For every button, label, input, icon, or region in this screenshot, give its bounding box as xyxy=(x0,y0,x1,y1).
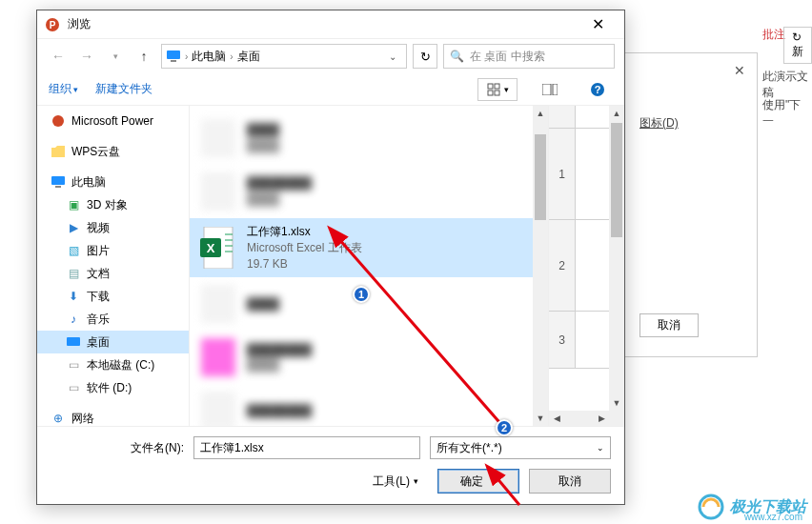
organize-menu[interactable]: 组织 ▾ xyxy=(49,81,78,97)
chevron-right-icon: › xyxy=(185,51,188,62)
breadcrumb-current[interactable]: 桌面 xyxy=(237,49,260,65)
svg-rect-4 xyxy=(488,84,493,89)
tree-item-documents[interactable]: ▤文档 xyxy=(37,262,189,285)
svg-rect-2 xyxy=(167,50,180,59)
tools-menu[interactable]: 工具(L) ▾ xyxy=(373,474,418,490)
list-item[interactable]: ████████ xyxy=(190,111,533,165)
search-input[interactable]: 🔍 在 桌面 中搜索 xyxy=(443,44,615,69)
help-icon: ? xyxy=(590,82,605,97)
preview-pane-icon xyxy=(542,84,558,95)
svg-rect-25 xyxy=(201,285,235,323)
powerpoint-icon xyxy=(51,113,66,129)
svg-text:P: P xyxy=(50,20,56,30)
music-icon: ♪ xyxy=(66,312,81,327)
parent-dialog: ✕ 图标(D) 取消 xyxy=(624,52,758,357)
tree-item-disk-d[interactable]: ▭软件 (D:) xyxy=(37,376,189,399)
scroll-right-icon[interactable]: ▶ xyxy=(594,411,609,426)
chevron-down-icon: ▾ xyxy=(504,85,509,94)
preview-scrollbar-horizontal[interactable]: ◀▶ xyxy=(549,411,609,426)
svg-rect-14 xyxy=(55,186,61,188)
parent-cancel-button[interactable]: 取消 xyxy=(639,313,699,337)
cancel-button[interactable]: 取消 xyxy=(529,469,611,494)
scroll-thumb[interactable] xyxy=(535,134,546,220)
svg-rect-9 xyxy=(553,84,558,95)
new-folder-button[interactable]: 新建文件夹 xyxy=(95,81,152,97)
preview-pane-button[interactable] xyxy=(535,78,565,101)
refresh-button[interactable]: ↻ xyxy=(413,44,437,69)
pictures-icon: ▧ xyxy=(66,243,81,258)
back-button[interactable]: ← xyxy=(47,45,70,68)
filename-label: 文件名(N): xyxy=(51,440,184,456)
scroll-left-icon[interactable]: ◀ xyxy=(549,411,564,426)
titlebar: P 浏览 ✕ xyxy=(37,10,624,39)
forward-button: → xyxy=(75,45,98,68)
bg-text-1: 此演示文稿 xyxy=(762,69,812,101)
svg-rect-16 xyxy=(201,119,235,157)
scroll-up-icon[interactable]: ▲ xyxy=(609,106,624,121)
breadcrumb-root[interactable]: 此电脑 xyxy=(192,49,226,65)
scroll-up-icon[interactable]: ▲ xyxy=(533,106,548,121)
tree-item-network[interactable]: ⊕网络 xyxy=(37,407,189,426)
file-type: Microsoft Excel 工作表 xyxy=(247,240,362,256)
ok-button[interactable]: 确定▾ xyxy=(437,469,519,494)
scroll-down-icon[interactable]: ▼ xyxy=(609,395,624,411)
chevron-down-icon: ⌄ xyxy=(597,443,604,453)
filetype-dropdown[interactable]: 所有文件(*.*) ⌄ xyxy=(430,436,611,459)
tree-item-music[interactable]: ♪音乐 xyxy=(37,308,189,331)
chevron-right-icon: › xyxy=(230,51,233,62)
scroll-thumb[interactable] xyxy=(611,123,622,237)
watermark: 极光下载站 www.xz7.com xyxy=(698,494,806,520)
svg-rect-13 xyxy=(51,176,65,185)
svg-rect-26 xyxy=(201,338,235,376)
tree-item-3d-objects[interactable]: ▣3D 对象 xyxy=(37,193,189,216)
network-icon: ⊕ xyxy=(51,411,66,426)
recent-dropdown[interactable]: ▾ xyxy=(104,45,127,68)
breadcrumb-dropdown-icon[interactable]: ⌄ xyxy=(383,51,402,62)
drive-icon: ▭ xyxy=(66,357,81,373)
dialog-title: 浏览 xyxy=(68,16,579,32)
annotation-badge-2: 2 xyxy=(496,419,513,436)
filename-input[interactable] xyxy=(193,436,420,459)
breadcrumb[interactable]: › 此电脑 › 桌面 ⌄ xyxy=(161,44,407,69)
annotation-badge-1: 1 xyxy=(353,286,370,303)
tree-item-this-pc[interactable]: 此电脑 xyxy=(37,171,189,193)
help-button[interactable]: ? xyxy=(582,78,613,101)
close-icon[interactable]: ✕ xyxy=(734,63,745,78)
svg-rect-3 xyxy=(171,60,176,62)
dialog-close-button[interactable]: ✕ xyxy=(579,11,617,38)
folder-tree[interactable]: Microsoft Power WPS云盘 此电脑 ▣3D 对象 ▶视频 ▧图片… xyxy=(37,106,190,426)
toolbar: 组织 ▾ 新建文件夹 ▾ ? xyxy=(37,73,624,106)
list-item[interactable]: ████████████ xyxy=(190,165,533,218)
view-mode-dropdown[interactable]: ▾ xyxy=(477,78,518,101)
file-list-scrollbar[interactable]: ▲ ▼ xyxy=(533,106,548,426)
search-placeholder: 在 桌面 中搜索 xyxy=(470,49,545,65)
list-item-selected[interactable]: X 工作簿1.xlsx Microsoft Excel 工作表 19.7 KB xyxy=(190,218,533,277)
dialog-body: Microsoft Power WPS云盘 此电脑 ▣3D 对象 ▶视频 ▧图片… xyxy=(37,106,624,426)
list-item[interactable]: ████████████ xyxy=(190,331,533,384)
up-button[interactable]: ↑ xyxy=(132,45,155,68)
watermark-url: www.xz7.com xyxy=(744,512,802,522)
search-icon: 🔍 xyxy=(450,50,464,63)
powerpoint-icon: P xyxy=(45,17,60,32)
tree-item-desktop[interactable]: 桌面 xyxy=(37,331,189,353)
svg-point-12 xyxy=(52,115,64,127)
tree-item-videos[interactable]: ▶视频 xyxy=(37,216,189,239)
new-comment-button[interactable]: ↻ 新 xyxy=(783,27,812,64)
svg-text:?: ? xyxy=(595,84,601,95)
tree-item-downloads[interactable]: ⬇下载 xyxy=(37,285,189,308)
chevron-down-icon: ▾ xyxy=(414,476,418,486)
tree-item-disk-c[interactable]: ▭本地磁盘 (C:) xyxy=(37,353,189,376)
tree-item-pictures[interactable]: ▧图片 xyxy=(37,239,189,262)
scroll-down-icon[interactable]: ▼ xyxy=(533,411,548,426)
preview-pane: 1 2 3 ▲▼ ◀▶ xyxy=(548,106,624,426)
file-list[interactable]: ████████ ████████████ X 工作簿1.xlsx Micros… xyxy=(190,106,548,426)
svg-rect-5 xyxy=(495,84,499,89)
list-item[interactable]: ████████ xyxy=(190,384,533,426)
cube-icon: ▣ xyxy=(66,197,81,212)
icon-d-link[interactable]: 图标(D) xyxy=(639,115,679,131)
scroll-corner xyxy=(609,411,624,426)
preview-scrollbar-vertical[interactable]: ▲▼ xyxy=(609,106,624,411)
split-dropdown-icon[interactable]: ▾ xyxy=(493,476,497,486)
tree-item-powerpoint[interactable]: Microsoft Power xyxy=(37,110,189,132)
tree-item-wps[interactable]: WPS云盘 xyxy=(37,140,189,163)
